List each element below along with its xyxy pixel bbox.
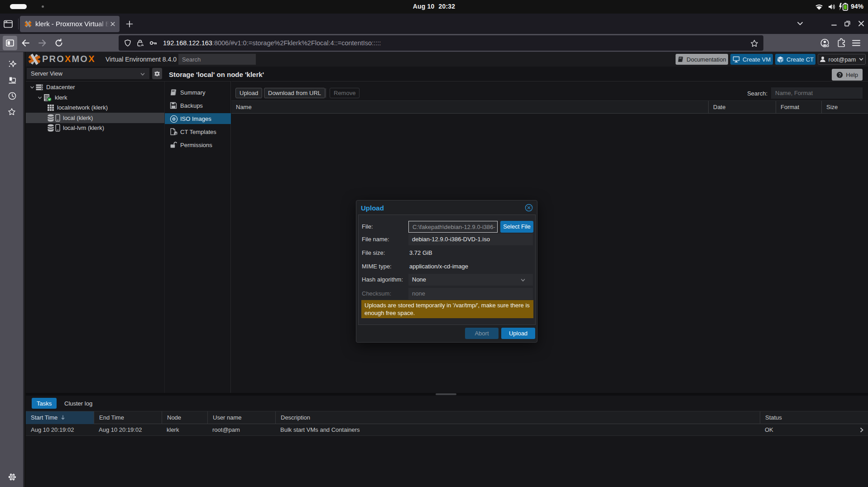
node-icon	[43, 94, 52, 102]
tasks-column-start-time[interactable]: Start Time	[26, 411, 94, 424]
abort-button[interactable]: Abort	[465, 328, 499, 339]
chevron-down-icon	[140, 72, 145, 77]
menu-item-label: Backups	[180, 102, 203, 109]
tree-expander-icon[interactable]	[38, 95, 42, 100]
file-name-field[interactable]: debian-12.9.0-i386-DVD-1.iso	[408, 234, 533, 245]
mime-label: MIME type:	[362, 261, 392, 272]
tasks-column-description[interactable]: Description	[275, 411, 760, 424]
browser-navbar: 192.168.122.163:8006/#v1:0:=storage%2Fkl…	[0, 34, 868, 52]
storage-icon	[55, 124, 60, 132]
column-format[interactable]: Format	[776, 101, 821, 114]
content-title: Storage 'local' on node 'klerk'	[169, 71, 264, 78]
upload-button[interactable]: Upload	[235, 88, 262, 98]
settings-gear-icon[interactable]	[8, 473, 15, 480]
checksum-field: none	[408, 288, 533, 300]
tree-item-local[interactable]: local (klerk)	[26, 113, 164, 123]
tree-item-label: Datacenter	[46, 84, 75, 91]
user-menu-button[interactable]: root@pam	[818, 54, 866, 65]
firefox-sidebar	[0, 52, 24, 487]
splitter-handle[interactable]	[436, 393, 456, 395]
task-cell: Aug 10 20:19:02	[26, 424, 94, 436]
sort-desc-icon	[60, 415, 66, 420]
db-icon	[47, 114, 54, 122]
close-window-icon[interactable]	[858, 20, 865, 27]
tasks-tab[interactable]: Tasks	[32, 398, 57, 409]
dialog-title: Upload	[361, 204, 384, 212]
file-size-value: 3.72 GiB	[409, 247, 432, 259]
remove-button[interactable]: Remove	[330, 88, 360, 98]
file-input[interactable]: C:\fakepath\debian-12.9.0-i386-	[408, 221, 498, 233]
extensions-icon[interactable]	[836, 38, 847, 48]
pve-search-input[interactable]	[178, 54, 256, 65]
tasks-column-status[interactable]: Status	[760, 411, 856, 424]
content-search-input[interactable]	[771, 87, 863, 99]
column-size[interactable]: Size	[821, 101, 868, 114]
disc-icon	[170, 115, 177, 122]
list-tabs-icon[interactable]	[796, 20, 804, 27]
tasks-column-user-name[interactable]: User name	[207, 411, 275, 424]
lockopen-icon	[170, 141, 177, 148]
checksum-label: Checksum:	[362, 288, 391, 300]
restore-window-icon[interactable]	[844, 20, 851, 27]
task-cell: Aug 10 20:19:02	[94, 424, 162, 436]
tree-item-local-lvm[interactable]: local-lvm (klerk)	[26, 123, 164, 133]
browser-titlebar: klerk - Proxmox Virtual En	[0, 14, 868, 34]
summary-icon	[170, 89, 177, 96]
tasks-column-node[interactable]: Node	[162, 411, 207, 424]
book-icon	[677, 56, 684, 62]
ai-chatbot-icon[interactable]	[8, 59, 15, 67]
os-status-icons[interactable]: 94%	[0, 0, 868, 14]
hash-label: Hash algorithm:	[362, 274, 403, 286]
download-from-url-button[interactable]: Download from URL	[264, 88, 325, 98]
tree-expander-icon[interactable]	[30, 85, 34, 90]
chevron-down-icon	[520, 277, 526, 283]
help-button[interactable]: Help	[832, 69, 863, 81]
task-cell: klerk	[162, 424, 207, 436]
volume-icon	[828, 4, 836, 10]
cluster-log-tab[interactable]: Cluster log	[59, 398, 97, 409]
menu-item-ct-templates[interactable]: CT Templates	[165, 126, 231, 137]
hash-combobox[interactable]: None	[408, 274, 533, 286]
storage-icon	[55, 114, 60, 122]
dialog-upload-button[interactable]: Upload	[501, 328, 535, 339]
history-clock-icon[interactable]	[8, 91, 15, 99]
tree-item-localnetwork[interactable]: localnetwork (klerk)	[26, 102, 164, 113]
pve-subheader: Server View Storage 'local' on node 'kle…	[26, 67, 868, 81]
column-name[interactable]: Name	[231, 101, 708, 114]
tasks-panel: Tasks Cluster log Start TimeEnd TimeNode…	[26, 396, 868, 487]
tree-item-klerk[interactable]: klerk	[26, 92, 164, 103]
menu-icon[interactable]	[851, 38, 862, 48]
tree-settings-gear[interactable]	[152, 68, 162, 79]
menu-item-summary[interactable]: Summary	[165, 87, 231, 98]
server-view-select[interactable]: Server View	[27, 68, 149, 79]
user-icon	[820, 56, 826, 62]
tree-item-label: local (klerk)	[63, 115, 93, 121]
pve-version: Virtual Environment 8.4.0	[106, 56, 177, 63]
create-ct-button[interactable]: Create CT	[775, 54, 815, 65]
upload-warning: Uploads are stored temporarily in '/var/…	[361, 300, 533, 318]
upload-dialog: Upload File: C:\fakepath\debian-12.9.0-i…	[356, 200, 537, 343]
account-icon[interactable]	[820, 38, 830, 48]
question-icon	[836, 72, 843, 78]
menu-item-label: CT Templates	[180, 129, 216, 135]
menu-item-backups[interactable]: Backups	[165, 100, 231, 111]
select-file-button[interactable]: Select File	[500, 221, 533, 233]
row-expand-chevron-icon[interactable]	[859, 427, 864, 433]
dialog-close-icon[interactable]	[525, 204, 533, 212]
column-date[interactable]: Date	[708, 101, 776, 114]
minimize-icon[interactable]	[830, 20, 838, 27]
menu-item-iso-images[interactable]: ISO Images	[165, 113, 231, 124]
bookmarks-star-icon[interactable]	[8, 108, 15, 115]
task-row[interactable]: Aug 10 20:19:02Aug 10 20:19:02klerkroot@…	[26, 424, 868, 436]
mime-value: application/x-cd-image	[409, 261, 468, 272]
table-header: Name Date Format Size	[231, 101, 868, 114]
task-cell: Bulk start VMs and Containers	[275, 424, 760, 436]
synced-tabs-icon[interactable]	[8, 76, 15, 83]
tree-item-datacenter[interactable]: Datacenter	[26, 82, 164, 92]
documentation-button[interactable]: Documentation	[676, 54, 728, 65]
tasks-column-end-time[interactable]: End Time	[94, 411, 162, 424]
menu-item-permissions[interactable]: Permissions	[165, 139, 231, 150]
file-label: File:	[362, 221, 373, 233]
tree-item-label: local-lvm (klerk)	[63, 124, 104, 131]
create-vm-button[interactable]: Create VM	[730, 54, 773, 65]
